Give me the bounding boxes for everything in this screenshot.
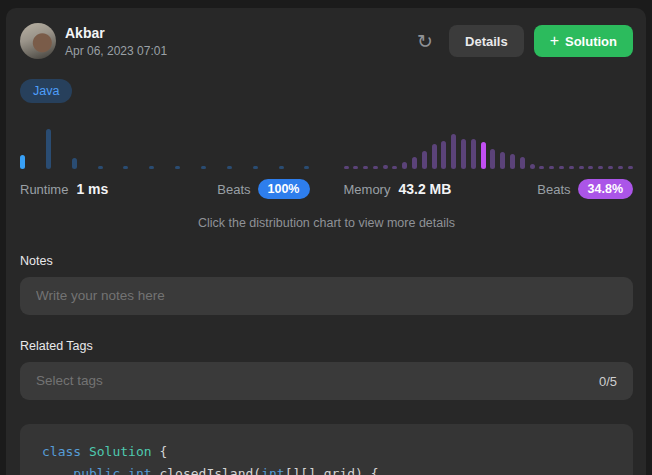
refresh-icon[interactable]: ↻ <box>417 32 433 51</box>
solution-button-label: Solution <box>565 34 617 49</box>
notes-input[interactable] <box>36 287 617 305</box>
submission-header: Akbar Apr 06, 2023 07:01 ↻ Details + Sol… <box>20 23 633 59</box>
related-tags-label: Related Tags <box>20 339 633 353</box>
tags-counter: 0/5 <box>599 374 617 389</box>
code-viewer[interactable]: class Solution { public int closedIsland… <box>20 424 633 475</box>
submission-detail-panel: Akbar Apr 06, 2023 07:01 ↻ Details + Sol… <box>6 8 646 475</box>
post-solution-button[interactable]: + Solution <box>534 25 633 57</box>
runtime-label: Runtime <box>20 182 68 197</box>
language-tag-java[interactable]: Java <box>20 79 72 103</box>
runtime-beats-label: Beats <box>217 182 250 197</box>
details-button[interactable]: Details <box>449 25 524 57</box>
memory-value: 43.2 MB <box>398 181 451 197</box>
user-meta: Akbar Apr 06, 2023 07:01 <box>65 26 167 57</box>
code-lines: class Solution { public int closedIsland… <box>42 441 611 475</box>
runtime-beats-badge: 100% <box>258 179 310 199</box>
notes-input-box <box>20 277 633 315</box>
tags-input[interactable] <box>36 372 589 390</box>
memory-beats-badge: 34.8% <box>578 179 633 199</box>
distribution-charts: Runtime 1 ms Beats 100% Memory 43.2 MB B… <box>20 123 633 199</box>
memory-label: Memory <box>344 182 391 197</box>
runtime-distribution-chart[interactable]: Runtime 1 ms Beats 100% <box>20 123 310 199</box>
user-avatar <box>20 23 56 59</box>
memory-distribution-chart[interactable]: Memory 43.2 MB Beats 34.8% <box>344 123 634 199</box>
runtime-value: 1 ms <box>76 181 108 197</box>
chart-hint-text: Click the distribution chart to view mor… <box>20 216 633 230</box>
notes-label: Notes <box>20 254 633 268</box>
username: Akbar <box>65 26 167 40</box>
submission-timestamp: Apr 06, 2023 07:01 <box>65 45 167 57</box>
memory-beats-label: Beats <box>537 182 570 197</box>
memory-bars <box>344 123 634 169</box>
runtime-bars <box>20 123 310 169</box>
plus-icon: + <box>550 33 559 49</box>
tags-input-box: 0/5 <box>20 362 633 400</box>
